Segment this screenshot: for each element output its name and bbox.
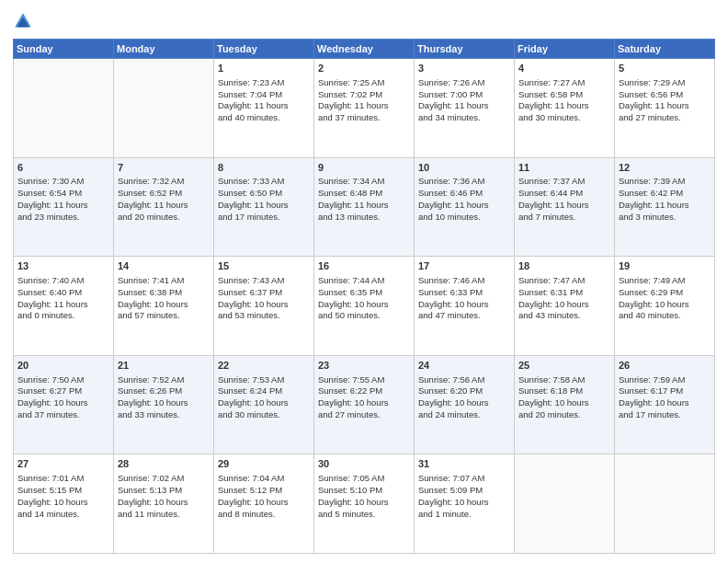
day-number: 30 [318, 457, 410, 471]
day-number: 31 [418, 457, 510, 471]
day-info: Daylight: 10 hours [17, 497, 109, 509]
day-info: and 0 minutes. [17, 310, 109, 322]
weekday-header-tuesday: Tuesday [214, 40, 314, 59]
weekday-header-row: SundayMondayTuesdayWednesdayThursdayFrid… [14, 40, 715, 59]
weekday-header-monday: Monday [114, 40, 214, 59]
calendar-cell: 31Sunrise: 7:07 AMSunset: 5:09 PMDayligh… [415, 454, 515, 554]
day-info: Sunrise: 7:33 AM [218, 176, 310, 188]
day-info: Sunset: 6:27 PM [17, 385, 109, 397]
day-info: and 5 minutes. [318, 509, 410, 521]
calendar-cell: 14Sunrise: 7:41 AMSunset: 6:38 PMDayligh… [114, 257, 214, 356]
day-info: Sunset: 5:10 PM [318, 485, 410, 497]
day-number: 5 [619, 62, 711, 75]
day-info: Sunset: 5:15 PM [17, 485, 109, 497]
day-number: 27 [17, 457, 109, 471]
calendar-cell: 11Sunrise: 7:37 AMSunset: 6:44 PMDayligh… [515, 157, 615, 257]
day-number: 6 [17, 161, 109, 175]
day-info: and 13 minutes. [318, 212, 410, 224]
day-number: 4 [518, 62, 610, 75]
day-number: 3 [418, 62, 510, 75]
day-info: Daylight: 10 hours [218, 299, 310, 311]
calendar-cell: 6Sunrise: 7:30 AMSunset: 6:54 PMDaylight… [14, 157, 114, 257]
calendar-table: SundayMondayTuesdayWednesdayThursdayFrid… [13, 39, 715, 554]
calendar-cell: 8Sunrise: 7:33 AMSunset: 6:50 PMDaylight… [214, 157, 314, 257]
calendar-cell: 7Sunrise: 7:32 AMSunset: 6:52 PMDaylight… [114, 157, 214, 257]
day-number: 19 [619, 259, 711, 273]
calendar-cell: 25Sunrise: 7:58 AMSunset: 6:18 PMDayligh… [515, 355, 615, 454]
day-info: Sunrise: 7:26 AM [418, 77, 510, 89]
calendar-row-3: 20Sunrise: 7:50 AMSunset: 6:27 PMDayligh… [14, 355, 715, 454]
day-info: Sunset: 6:48 PM [318, 188, 410, 200]
day-info: and 3 minutes. [619, 212, 711, 224]
calendar-cell: 10Sunrise: 7:36 AMSunset: 6:46 PMDayligh… [415, 157, 515, 257]
day-info: Sunset: 6:56 PM [619, 89, 711, 101]
day-info: and 57 minutes. [118, 310, 210, 322]
day-info: and 20 minutes. [118, 212, 210, 224]
day-info: Sunrise: 7:47 AM [518, 275, 610, 287]
day-info: Sunrise: 7:32 AM [118, 176, 210, 188]
day-info: Sunrise: 7:59 AM [619, 374, 711, 386]
day-info: Daylight: 10 hours [518, 299, 610, 311]
day-info: Sunset: 6:54 PM [17, 188, 109, 200]
day-number: 17 [418, 259, 510, 273]
day-info: Daylight: 11 hours [518, 100, 610, 112]
day-info: Daylight: 11 hours [118, 200, 210, 212]
day-info: Sunset: 6:29 PM [619, 287, 711, 299]
day-info: and 8 minutes. [218, 509, 310, 521]
day-info: Sunset: 7:00 PM [418, 89, 510, 101]
calendar-cell: 3Sunrise: 7:26 AMSunset: 7:00 PMDaylight… [415, 59, 515, 158]
day-info: Daylight: 10 hours [118, 497, 210, 509]
day-info: Sunrise: 7:27 AM [518, 77, 610, 89]
day-number: 10 [418, 161, 510, 175]
day-info: Daylight: 10 hours [218, 497, 310, 509]
day-info: Sunset: 6:42 PM [619, 188, 711, 200]
day-number: 25 [518, 359, 610, 373]
calendar-cell: 15Sunrise: 7:43 AMSunset: 6:37 PMDayligh… [214, 257, 314, 356]
day-info: Sunrise: 7:30 AM [17, 176, 109, 188]
day-info: Sunrise: 7:50 AM [17, 374, 109, 386]
day-info: Sunrise: 7:56 AM [418, 374, 510, 386]
day-info: Sunrise: 7:05 AM [318, 473, 410, 485]
calendar-cell: 13Sunrise: 7:40 AMSunset: 6:40 PMDayligh… [14, 257, 114, 356]
day-info: and 10 minutes. [418, 212, 510, 224]
day-number: 13 [17, 259, 109, 273]
day-info: Sunrise: 7:40 AM [17, 275, 109, 287]
day-info: and 27 minutes. [318, 409, 410, 421]
day-info: Sunset: 6:35 PM [318, 287, 410, 299]
day-info: Sunrise: 7:07 AM [418, 473, 510, 485]
weekday-header-saturday: Saturday [615, 40, 715, 59]
day-info: and 30 minutes. [518, 112, 610, 124]
day-info: Sunrise: 7:02 AM [118, 473, 210, 485]
day-number: 20 [17, 359, 109, 373]
day-info: Daylight: 10 hours [318, 397, 410, 409]
header [13, 11, 715, 31]
day-info: Daylight: 11 hours [418, 200, 510, 212]
day-info: Daylight: 10 hours [318, 497, 410, 509]
day-number: 28 [118, 457, 210, 471]
calendar-cell: 29Sunrise: 7:04 AMSunset: 5:12 PMDayligh… [214, 454, 314, 554]
day-info: Sunrise: 7:53 AM [218, 374, 310, 386]
day-info: and 27 minutes. [619, 112, 711, 124]
day-number: 24 [418, 359, 510, 373]
day-info: and 34 minutes. [418, 112, 510, 124]
calendar-cell: 26Sunrise: 7:59 AMSunset: 6:17 PMDayligh… [615, 355, 715, 454]
day-info: Daylight: 10 hours [218, 397, 310, 409]
calendar-cell: 23Sunrise: 7:55 AMSunset: 6:22 PMDayligh… [314, 355, 415, 454]
calendar-cell [114, 59, 214, 158]
day-info: Daylight: 11 hours [218, 200, 310, 212]
day-info: Sunset: 6:33 PM [418, 287, 510, 299]
calendar-row-2: 13Sunrise: 7:40 AMSunset: 6:40 PMDayligh… [14, 257, 715, 356]
day-info: and 37 minutes. [17, 409, 109, 421]
calendar-row-4: 27Sunrise: 7:01 AMSunset: 5:15 PMDayligh… [14, 454, 715, 554]
day-info: Sunset: 5:12 PM [218, 485, 310, 497]
day-info: and 23 minutes. [17, 212, 109, 224]
day-info: Daylight: 11 hours [619, 200, 711, 212]
day-number: 15 [218, 259, 310, 273]
day-info: and 30 minutes. [218, 409, 310, 421]
day-number: 1 [218, 62, 310, 75]
day-info: Sunrise: 7:37 AM [518, 176, 610, 188]
day-number: 22 [218, 359, 310, 373]
day-number: 16 [318, 259, 410, 273]
day-info: Daylight: 10 hours [418, 299, 510, 311]
calendar-cell: 21Sunrise: 7:52 AMSunset: 6:26 PMDayligh… [114, 355, 214, 454]
